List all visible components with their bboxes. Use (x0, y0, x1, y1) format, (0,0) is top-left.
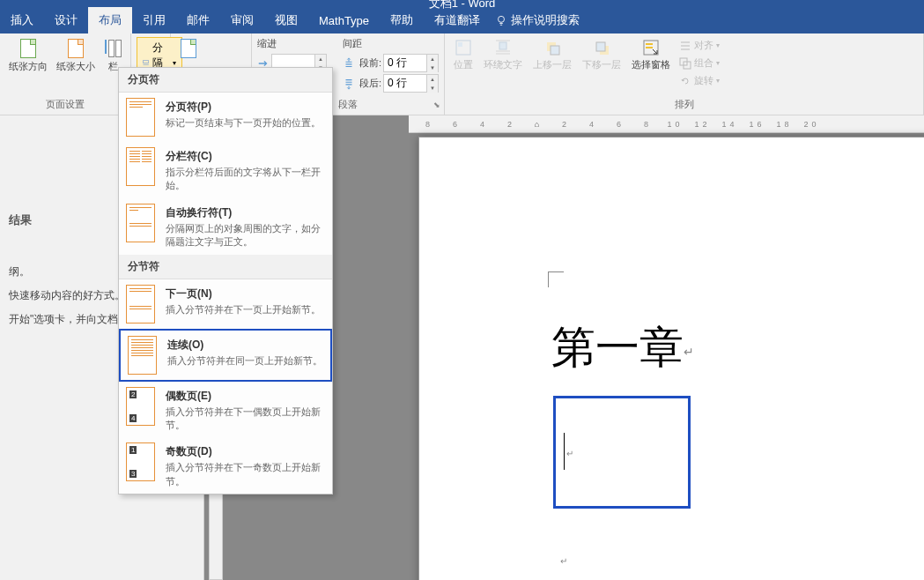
spacing-after-input[interactable] (384, 76, 426, 92)
page-setup-label: 页面设置 (46, 98, 85, 111)
manuscript-icon (181, 39, 196, 58)
tab-review[interactable]: 审阅 (220, 7, 264, 33)
rotate-icon (679, 75, 691, 87)
selection-pane-icon (642, 39, 660, 56)
page-orientation-icon (20, 39, 36, 58)
position-button[interactable]: 位置 (450, 37, 477, 73)
paragraph-group-label: 段落 (338, 98, 358, 111)
spin-down[interactable]: ▼ (427, 63, 438, 72)
size-button[interactable]: 纸张大小 (53, 37, 99, 75)
spacing-after-spinbox[interactable]: ▲▼ (383, 74, 439, 93)
svg-rect-4 (499, 42, 506, 49)
tab-mathtype[interactable]: MathType (308, 9, 380, 33)
svg-rect-1 (143, 60, 148, 63)
breaks-dropdown-menu: 分页符 分页符(P)标记一页结束与下一页开始的位置。 分栏符(C)指示分栏符后面… (118, 67, 333, 115)
menu-page-break[interactable]: 分页符(P)标记一页结束与下一页开始的位置。 (119, 93, 332, 115)
page-size-icon (68, 39, 84, 58)
tell-me-search[interactable]: 操作说明搜索 (495, 12, 580, 28)
svg-rect-11 (646, 47, 653, 48)
selection-pane-button[interactable]: 选择窗格 (628, 37, 674, 73)
send-backward-button[interactable]: 下移一层 (579, 37, 625, 73)
svg-rect-8 (596, 42, 605, 51)
page-break-icon (126, 98, 155, 115)
spin-down[interactable]: ▼ (427, 84, 438, 93)
group-icon (679, 57, 691, 70)
group-button[interactable]: 组合▾ (676, 55, 723, 71)
spacing-before-icon (343, 57, 355, 70)
tab-mailings[interactable]: 邮件 (176, 7, 220, 33)
tab-view[interactable]: 视图 (264, 7, 308, 33)
paragraph-launcher[interactable]: ⬊ (433, 100, 440, 109)
send-backward-icon (593, 39, 610, 56)
manuscript-button[interactable] (176, 37, 201, 60)
svg-rect-6 (551, 46, 559, 55)
columns-icon (105, 40, 122, 57)
tab-design[interactable]: 设计 (44, 7, 88, 33)
rotate-button[interactable]: 旋转▾ (676, 72, 723, 89)
page-breaks-header: 分页符 (119, 68, 332, 93)
title-bar: 文档1 - Word (0, 0, 924, 7)
spacing-after-icon (343, 78, 355, 90)
svg-rect-10 (646, 43, 653, 45)
tab-help[interactable]: 帮助 (380, 7, 424, 33)
indent-label: 缩进 (257, 37, 327, 50)
svg-point-0 (499, 16, 505, 22)
spacing-after-label: 段后: (359, 77, 381, 90)
group-arrange: 位置 环绕文字 上移一层 下移一层 选择窗格 (445, 33, 924, 115)
spacing-before-label: 段前: (359, 56, 381, 70)
bring-forward-icon (543, 39, 561, 56)
tab-references[interactable]: 引用 (132, 7, 176, 33)
wrap-text-button[interactable]: 环绕文字 (480, 37, 526, 73)
group-page-setup: 纸张方向 纸张大小 栏 页面设置⬊ (0, 33, 131, 115)
tab-insert[interactable]: 插入 (0, 7, 44, 33)
spin-up[interactable]: ▲ (427, 55, 438, 63)
spacing-before-input[interactable] (384, 56, 426, 71)
window-title: 文档1 - Word (429, 0, 496, 11)
align-button[interactable]: 对齐▾ (676, 37, 723, 54)
align-icon (679, 40, 691, 52)
arrange-group-label: 排列 (675, 98, 694, 111)
orientation-button[interactable]: 纸张方向 (5, 37, 51, 75)
spacing-label: 间距 (343, 37, 439, 50)
position-icon (455, 39, 472, 56)
spacing-controls: 间距 段前: ▲▼ 段后: ▲▼ (343, 37, 439, 93)
spin-up[interactable]: ▲ (315, 55, 326, 63)
wrap-text-icon (494, 39, 512, 56)
bring-forward-button[interactable]: 上移一层 (529, 37, 575, 73)
tell-me-label: 操作说明搜索 (511, 12, 580, 28)
svg-rect-3 (458, 42, 462, 47)
spin-up[interactable]: ▲ (427, 75, 438, 84)
lightbulb-icon (495, 14, 507, 26)
spacing-before-spinbox[interactable]: ▲▼ (383, 54, 439, 72)
tab-layout[interactable]: 布局 (88, 7, 132, 33)
